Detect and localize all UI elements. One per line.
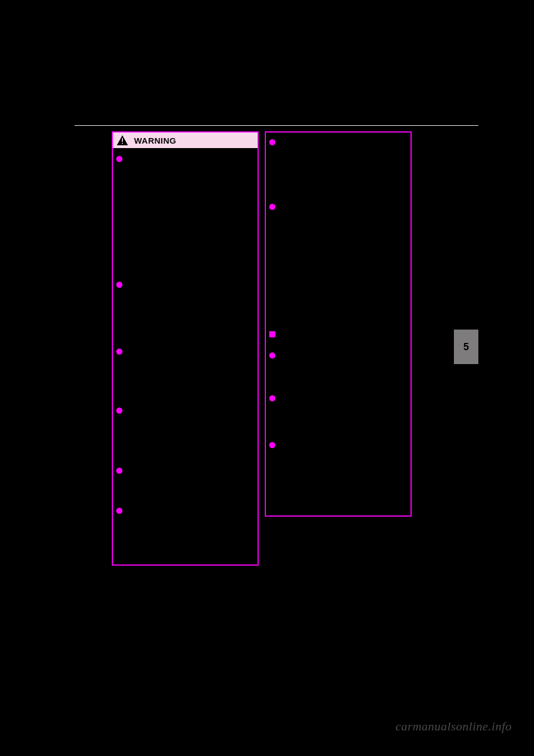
bullet-icon: [116, 156, 122, 162]
bullet-icon: [269, 395, 275, 401]
right-warning-box: [265, 131, 412, 517]
warning-header: WARNING: [112, 131, 259, 148]
header-divider: [75, 125, 478, 126]
bullet-icon: [116, 508, 122, 514]
bullet-icon: [116, 468, 122, 474]
warning-triangle-icon: [116, 135, 128, 146]
section-number: 5: [463, 341, 469, 353]
watermark: carmanualsonline.info: [395, 719, 512, 734]
bullet-icon: [269, 442, 275, 448]
bullet-icon: [269, 204, 275, 210]
svg-rect-1: [122, 138, 123, 141]
bullet-icon: [116, 282, 122, 288]
bullet-icon: [116, 348, 122, 355]
svg-rect-2: [122, 143, 123, 144]
section-tab: 5: [454, 330, 478, 364]
square-bullet-icon: [269, 331, 275, 337]
bullet-icon: [116, 408, 122, 414]
bullet-icon: [269, 352, 275, 359]
warning-label: WARNING: [134, 136, 176, 145]
warning-body: [112, 148, 259, 566]
bullet-icon: [269, 139, 275, 145]
warning-box: WARNING: [112, 131, 259, 566]
